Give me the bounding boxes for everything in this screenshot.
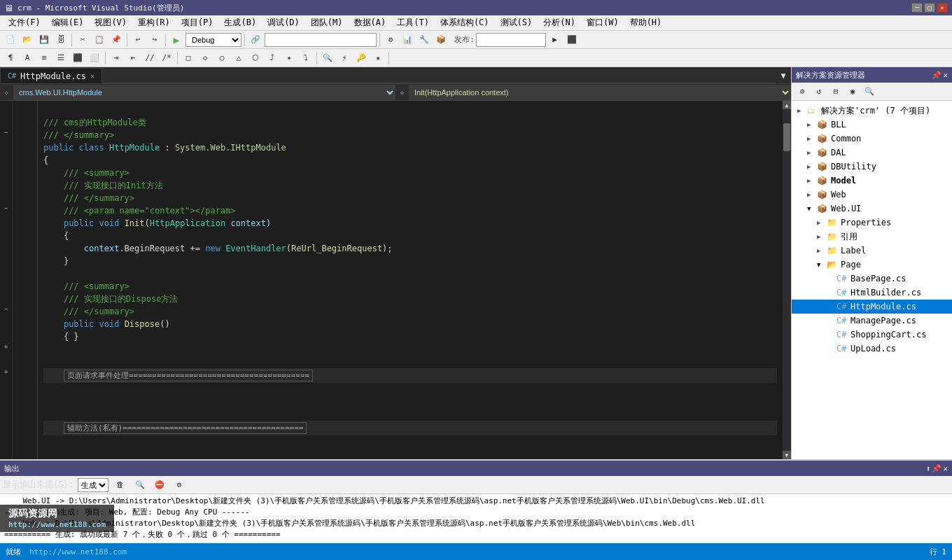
editor-scrollbar[interactable]: ▲ ▼ [783, 101, 791, 459]
toolbar-btn-2[interactable]: 📊 [400, 33, 415, 47]
menu-project[interactable]: 项目(P) [176, 15, 219, 30]
output-clear-btn[interactable]: 🗑 [113, 478, 128, 492]
publish-btn2[interactable]: ⬛ [564, 33, 580, 47]
tool-btn-2[interactable]: ⚡ [337, 51, 352, 65]
menu-file[interactable]: 文件(F) [3, 15, 46, 30]
expand-arrow-webui[interactable]: ▼ [807, 205, 817, 212]
expand-arrow-model[interactable]: ▶ [807, 177, 817, 184]
tree-upload[interactable]: C# UpLoad.cs [792, 342, 952, 356]
output-close-button[interactable]: ✕ [943, 464, 948, 473]
tree-web[interactable]: ▶ 📦 Web [792, 188, 952, 202]
se-search-btn[interactable]: 🔍 [862, 85, 877, 99]
tool-btn-3[interactable]: 🔑 [354, 51, 369, 65]
tab-close-button[interactable]: ✕ [90, 72, 94, 80]
menu-team[interactable]: 团队(M) [305, 15, 349, 30]
tree-common[interactable]: ▶ 📦 Common [792, 132, 952, 146]
shape-btn-5[interactable]: ⬡ [248, 51, 263, 65]
shape-btn-4[interactable]: △ [231, 51, 246, 65]
menu-edit[interactable]: 编辑(E) [46, 15, 90, 30]
tree-bll[interactable]: ▶ 📦 BLL [792, 118, 952, 132]
shape-btn-3[interactable]: ○ [214, 51, 230, 65]
publish-input[interactable] [476, 33, 546, 47]
cut-button[interactable]: ✂ [75, 33, 90, 47]
fold-marker-init[interactable]: − [0, 202, 12, 214]
scroll-up[interactable]: ▲ [783, 101, 791, 109]
format-btn-6[interactable]: ⬜ [87, 51, 102, 65]
minimize-button[interactable]: ─ [911, 3, 923, 13]
output-content[interactable]: Web.UI -> D:\Users\Administrator\Desktop… [0, 494, 952, 543]
fold-marker-region1[interactable]: + [0, 340, 12, 353]
save-all-button[interactable]: 🗄 [53, 33, 69, 47]
tab-list-button[interactable]: ▼ [776, 68, 791, 83]
shape-btn-6[interactable]: ⤴ [265, 51, 280, 65]
toolbar-btn-1[interactable]: ⚙ [383, 33, 398, 47]
comment-btn[interactable]: // [142, 51, 158, 65]
class-selector[interactable]: cms.Web.UI.HttpModule [13, 85, 396, 100]
menu-architecture[interactable]: 体系结构(C) [435, 15, 495, 30]
new-file-button[interactable]: 📄 [3, 33, 18, 47]
tree-shoppingcart[interactable]: C# ShoppingCart.cs [792, 328, 952, 342]
shape-btn-7[interactable]: ✦ [281, 51, 297, 65]
output-controls[interactable]: ⬆ 📌 ✕ [926, 464, 948, 473]
fold-marker-region2[interactable]: + [0, 365, 12, 378]
tree-basepage[interactable]: C# BasePage.cs [792, 272, 952, 286]
menu-data[interactable]: 数据(A) [349, 15, 392, 30]
paste-button[interactable]: 📌 [108, 33, 124, 47]
maximize-button[interactable]: □ [924, 3, 935, 13]
scroll-thumb[interactable] [783, 123, 790, 151]
expand-arrow-dal[interactable]: ▶ [807, 149, 817, 156]
shape-btn-8[interactable]: ⤵ [298, 51, 314, 65]
output-undock-button[interactable]: ⬆ [926, 464, 931, 473]
expand-arrow-label[interactable]: ▶ [817, 247, 827, 254]
search-input[interactable] [265, 33, 377, 47]
tree-dal[interactable]: ▶ 📦 DAL [792, 146, 952, 160]
output-settings-btn[interactable]: ⚙ [172, 478, 187, 492]
debug-config-select[interactable]: Debug Release [186, 33, 241, 47]
tool-btn-4[interactable]: ★ [370, 51, 386, 65]
menu-help[interactable]: 帮助(H) [624, 15, 668, 30]
output-pin-button[interactable]: 📌 [932, 464, 941, 473]
tree-dbutility[interactable]: ▶ 📦 DBUtility [792, 160, 952, 174]
format-btn-4[interactable]: ☰ [53, 51, 69, 65]
menu-view[interactable]: 视图(V) [89, 15, 132, 30]
expand-arrow-page[interactable]: ▼ [817, 261, 827, 268]
panel-controls[interactable]: 📌 ✕ [932, 71, 948, 80]
fold-marker-dispose[interactable]: − [0, 302, 12, 315]
menu-debug[interactable]: 调试(D) [262, 15, 305, 30]
tree-webui[interactable]: ▼ 📦 Web.UI [792, 202, 952, 216]
menu-refactor[interactable]: 重构(R) [132, 15, 176, 30]
tree-model[interactable]: ▶ 📦 Model [792, 174, 952, 188]
expand-arrow-dbutility[interactable]: ▶ [807, 163, 817, 170]
shape-btn-1[interactable]: □ [181, 51, 196, 65]
tool-btn-1[interactable]: 🔍 [320, 51, 335, 65]
output-find-btn[interactable]: 🔍 [132, 478, 148, 492]
window-controls[interactable]: ─ □ ✕ [911, 3, 948, 13]
publish-btn[interactable]: ▶ [547, 33, 563, 47]
expand-arrow-web[interactable]: ▶ [807, 191, 817, 198]
menu-build[interactable]: 生成(B) [218, 15, 262, 30]
expand-arrow-properties[interactable]: ▶ [817, 219, 827, 226]
format-btn-1[interactable]: ¶ [3, 51, 18, 65]
format-btn-2[interactable]: A [20, 51, 35, 65]
format-btn-3[interactable]: ≡ [36, 51, 52, 65]
output-source-select[interactable]: 生成 [78, 478, 108, 492]
tree-references[interactable]: ▶ 📁 引用 [792, 230, 952, 244]
expand-arrow-root[interactable]: ▶ [797, 107, 807, 114]
attach-button[interactable]: 🔗 [248, 33, 263, 47]
tree-htmlbuilder[interactable]: C# HtmlBuilder.cs [792, 286, 952, 300]
tree-solution-root[interactable]: ▶ 🗂 解决方案'crm' (7 个项目) [792, 104, 952, 118]
expand-arrow-references[interactable]: ▶ [817, 233, 827, 240]
shape-btn-2[interactable]: ◇ [197, 51, 213, 65]
menu-tools[interactable]: 工具(T) [391, 15, 435, 30]
method-selector[interactable]: Init(HttpApplication context) [409, 85, 791, 100]
menu-window[interactable]: 窗口(W) [581, 15, 624, 30]
tree-label-folder[interactable]: ▶ 📁 Label [792, 244, 952, 258]
code-content[interactable]: /// cms的HttpModule类 /// </summary> publi… [38, 101, 783, 459]
block-btn[interactable]: /* [159, 51, 174, 65]
copy-button[interactable]: 📋 [92, 33, 107, 47]
toolbar-btn-4[interactable]: 📦 [433, 33, 449, 47]
se-show-all-btn[interactable]: ◉ [845, 85, 860, 99]
format-btn-5[interactable]: ⬛ [70, 51, 85, 65]
save-button[interactable]: 💾 [36, 33, 52, 47]
redo-button[interactable]: ↪ [147, 33, 162, 47]
